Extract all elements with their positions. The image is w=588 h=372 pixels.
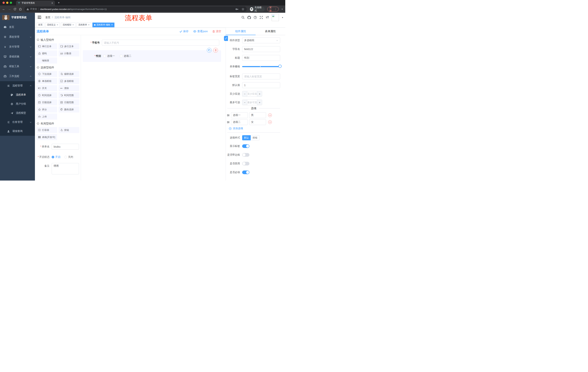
decrease-button[interactable]: −: [242, 91, 247, 96]
home-icon[interactable]: [19, 8, 22, 11]
window-close-button[interactable]: [2, 2, 5, 4]
decrease-button[interactable]: −: [242, 100, 247, 105]
new-tab-button[interactable]: +: [58, 1, 60, 5]
tag-process-form[interactable]: 流程表单✕: [77, 22, 91, 27]
sidebar-item-devtools[interactable]: 研发工具: [0, 62, 35, 71]
required-toggle[interactable]: [242, 170, 249, 174]
browser-menu-icon[interactable]: ⋮: [274, 8, 277, 11]
save-button[interactable]: 保存: [179, 30, 189, 33]
component-item-counter[interactable]: 123计数器: [59, 50, 79, 56]
back-icon[interactable]: ←: [2, 7, 5, 11]
sidebar-item-infra[interactable]: 基础设施: [0, 52, 35, 62]
component-item-select[interactable]: 下拉选择: [36, 71, 57, 77]
component-item-switch[interactable]: 开关: [36, 85, 57, 91]
component-item-password[interactable]: 密码: [36, 50, 57, 56]
chrome-dropdown-caret-icon[interactable]: ▼: [281, 8, 283, 10]
component-item-checkbox-group[interactable]: 多选框组: [59, 78, 79, 84]
tab-close-icon[interactable]: ✕: [51, 2, 53, 4]
component-item-editor[interactable]: 编辑器: [36, 57, 57, 64]
sidebar-logo-row[interactable]: 芋道管理系统: [0, 13, 35, 22]
increase-button[interactable]: +: [257, 91, 262, 96]
component-item-upload[interactable]: 上传: [36, 114, 57, 120]
browser-tab[interactable]: 芋道管理系统 ✕: [16, 0, 55, 5]
tab-component-props[interactable]: 组件属性: [226, 28, 256, 35]
selected-gender-field[interactable]: *性别 选项一 选项二: [83, 50, 221, 62]
sidebar-item-home[interactable]: 首页: [0, 22, 35, 32]
sidebar-item-payment[interactable]: ¥ 支付管理: [0, 42, 35, 52]
gender-option-2[interactable]: 选项二: [120, 54, 131, 58]
hamburger-icon[interactable]: [38, 16, 41, 19]
tag-close-icon[interactable]: ✕: [111, 24, 113, 26]
tag-close-icon[interactable]: ✕: [57, 24, 58, 26]
sidebar-item-workflow[interactable]: 工作流程: [0, 71, 35, 81]
component-item-date-picker[interactable]: 日期选择: [36, 99, 57, 105]
option-label-input[interactable]: [231, 119, 248, 125]
tag-close-icon[interactable]: ✕: [72, 24, 74, 26]
sidebar-item-process-model[interactable]: 流程模型: [0, 108, 35, 117]
help-icon[interactable]: [254, 16, 257, 19]
title-input[interactable]: [242, 55, 280, 61]
status-radio-off[interactable]: 关闭: [64, 154, 73, 159]
font-size-icon[interactable]: ᴛT: [266, 16, 269, 19]
checkbox-icon[interactable]: [120, 55, 122, 57]
component-item-slider[interactable]: 滑块: [59, 85, 79, 91]
component-item-rate[interactable]: 评分: [36, 106, 57, 112]
component-item-date-range[interactable]: 日期范围: [59, 99, 79, 105]
drag-handle-icon[interactable]: [227, 121, 230, 123]
sidebar-item-process-form[interactable]: 流程表单: [0, 90, 35, 99]
browser-update-button[interactable]: 更新 ⋮: [267, 7, 279, 11]
component-type-select[interactable]: 多选框组: [242, 37, 280, 43]
min-select-input[interactable]: [247, 91, 257, 96]
component-item-row-container[interactable]: 行容器: [36, 127, 57, 133]
reload-icon[interactable]: [13, 8, 16, 11]
sidebar-item-leave-query[interactable]: 请假查询: [0, 127, 35, 136]
form-grid-slider[interactable]: [242, 64, 280, 70]
tag-process-form-edit[interactable]: 流程表单-编辑✕: [92, 22, 115, 27]
remove-option-button[interactable]: [268, 120, 272, 124]
drag-handle-icon[interactable]: [227, 114, 230, 117]
phone-input[interactable]: [102, 40, 219, 46]
fullscreen-icon[interactable]: [260, 16, 263, 19]
component-item-time-picker[interactable]: 时间选择: [36, 92, 57, 98]
style-button-button[interactable]: 按钮: [251, 135, 259, 140]
show-label-toggle[interactable]: [242, 144, 249, 148]
tag-close-icon[interactable]: ✕: [88, 24, 90, 26]
slider-handle[interactable]: [278, 65, 282, 68]
clear-button[interactable]: 清空: [212, 30, 221, 33]
component-item-color-picker[interactable]: 颜色选择: [59, 106, 79, 112]
forward-icon[interactable]: →: [8, 7, 11, 11]
breadcrumb-home[interactable]: 首页: [45, 16, 50, 19]
github-icon[interactable]: [247, 16, 251, 19]
link-handle-button[interactable]: [224, 36, 228, 41]
max-select-input[interactable]: [247, 100, 257, 105]
checkbox-icon[interactable]: [103, 55, 106, 57]
password-key-icon[interactable]: [235, 8, 239, 11]
style-default-button[interactable]: 默认: [242, 135, 251, 140]
component-item-radio-group[interactable]: 单选框组: [36, 78, 57, 84]
tab-form-props[interactable]: 表单属性: [256, 28, 285, 35]
address-bar[interactable]: 不安全 dashboard.yudao.iocoder.cn/bpm/manag…: [24, 7, 247, 12]
default-value-input[interactable]: [242, 82, 280, 88]
component-item-cascader[interactable]: 级联选择: [59, 71, 79, 77]
remove-option-button[interactable]: [268, 113, 272, 117]
sidebar-item-user-groups[interactable]: 用户分组: [0, 99, 35, 108]
sidebar-item-process-mgmt[interactable]: 流程管理: [0, 81, 35, 90]
search-icon[interactable]: [242, 16, 245, 19]
remark-textarea[interactable]: 嘿嘿: [52, 163, 79, 174]
border-toggle[interactable]: [242, 153, 249, 157]
component-item-time-range[interactable]: 时间范围: [59, 92, 79, 98]
component-item-single-text[interactable]: 单行文本: [36, 43, 57, 49]
component-item-multi-text[interactable]: 多行文本: [59, 43, 79, 49]
status-radio-on[interactable]: 开启: [52, 154, 60, 159]
phone-field-row[interactable]: *手机号: [81, 40, 226, 46]
add-option-button[interactable]: 添加选项: [229, 127, 280, 130]
bookmark-star-icon[interactable]: [242, 8, 244, 11]
disabled-toggle[interactable]: [242, 162, 249, 165]
increase-button[interactable]: +: [257, 100, 262, 105]
window-minimize-button[interactable]: [6, 2, 8, 4]
tag-process-model[interactable]: 流程模型✕: [61, 22, 75, 27]
option-value-input[interactable]: [249, 119, 266, 125]
form-name-input[interactable]: [52, 144, 79, 149]
security-warning[interactable]: 不安全: [27, 8, 37, 11]
tag-home[interactable]: 首页: [37, 22, 44, 27]
